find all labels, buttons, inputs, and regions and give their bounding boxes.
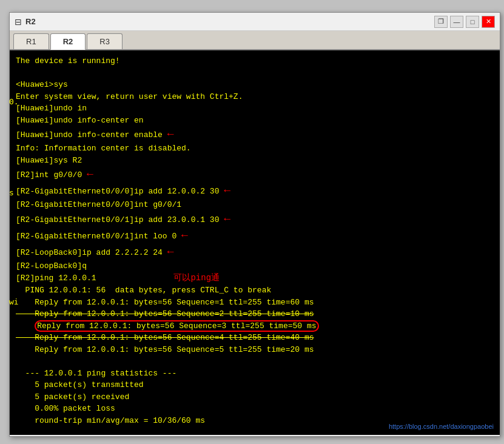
terminal-line: [Huawei]undo in: [16, 103, 494, 115]
terminal-line-circled: Reply from 12.0.0.1: bytes=56 Sequence=3…: [16, 320, 494, 332]
maximize-button[interactable]: □: [466, 16, 479, 28]
terminal-line: Reply from 12.0.0.1: bytes=56 Sequence=2…: [16, 308, 494, 320]
terminal-line: [16, 355, 494, 368]
terminal-line: [R2-GigabitEthernet0/0/0]ip add 12.0.0.2…: [16, 183, 494, 199]
terminal-line: [R2-GigabitEthernet0/0/1]ip add 23.0.0.1…: [16, 211, 494, 227]
tab-r1[interactable]: R1: [13, 33, 49, 49]
left-label-wi: wi: [9, 297, 19, 306]
terminal-line: [Huawei]undo info-center enable ←: [16, 126, 494, 143]
terminal-line: [16, 67, 494, 79]
terminal-line: Enter system view, return user view with…: [16, 91, 494, 103]
terminal-line: Reply from 12.0.0.1: bytes=56 Sequence=1…: [16, 297, 494, 309]
window-icon: ⊟: [15, 17, 22, 27]
tab-r2[interactable]: R2: [50, 33, 86, 50]
terminal-line: [R2-GigabitEthernet0/0/0]int g0/0/1: [16, 199, 494, 211]
terminal-line: 5 packet(s) received: [16, 391, 494, 403]
terminal-output: The device is running! <Huawei>sys Enter…: [10, 50, 500, 435]
main-window: ⊟ R2 ❐ — □ ✕ R1 R2 R3 The device is runn…: [9, 12, 500, 437]
terminal-line: [Huawei]undo info-center en: [16, 115, 494, 127]
terminal-line: Reply from 12.0.0.1: bytes=56 Sequence=4…: [16, 332, 494, 344]
terminal-line: [R2]ping 12.0.0.1 可以ping通: [16, 272, 494, 284]
restore-button[interactable]: ❐: [434, 16, 448, 28]
terminal-line: [Huawei]sys R2: [16, 155, 494, 167]
terminal-line: Reply from 12.0.0.1: bytes=56 Sequence=5…: [16, 344, 494, 356]
title-bar-controls: ❐ — □ ✕: [434, 16, 495, 28]
title-bar: ⊟ R2 ❐ — □ ✕: [10, 13, 500, 31]
close-button[interactable]: ✕: [482, 16, 495, 28]
terminal-line: Info: Information center is disabled.: [16, 143, 494, 155]
terminal-line: 0.00% packet loss: [16, 403, 494, 415]
terminal-line: [R2-LoopBack0]q: [16, 260, 494, 272]
ping-annotation: 可以ping通: [173, 273, 220, 283]
tab-bar: R1 R2 R3: [10, 31, 500, 50]
tab-r3[interactable]: R3: [87, 33, 123, 49]
terminal-line: --- 12.0.0.1 ping statistics ---: [16, 368, 494, 380]
left-label-s: s: [9, 188, 14, 197]
watermark: https://blog.csdn.net/daxiongpaobei: [389, 422, 494, 432]
terminal-line: The device is running!: [16, 55, 494, 67]
terminal-line: [R2-GigabitEthernet0/0/1]int loo 0 ←: [16, 227, 494, 244]
title-bar-left: ⊟ R2: [15, 17, 36, 27]
minimize-button[interactable]: —: [450, 16, 463, 28]
terminal-line: [R2-LoopBack0]ip add 2.2.2.2 24 ←: [16, 244, 494, 260]
window-title: R2: [25, 17, 36, 26]
terminal-line: [R2]int g0/0/0 ←: [16, 166, 494, 183]
left-edge-labels: 0.: [9, 97, 19, 106]
terminal-line: <Huawei>sys: [16, 79, 494, 91]
terminal-line: PING 12.0.0.1: 56 data bytes, press CTRL…: [16, 284, 494, 297]
terminal-line: 5 packet(s) transmitted: [16, 379, 494, 391]
